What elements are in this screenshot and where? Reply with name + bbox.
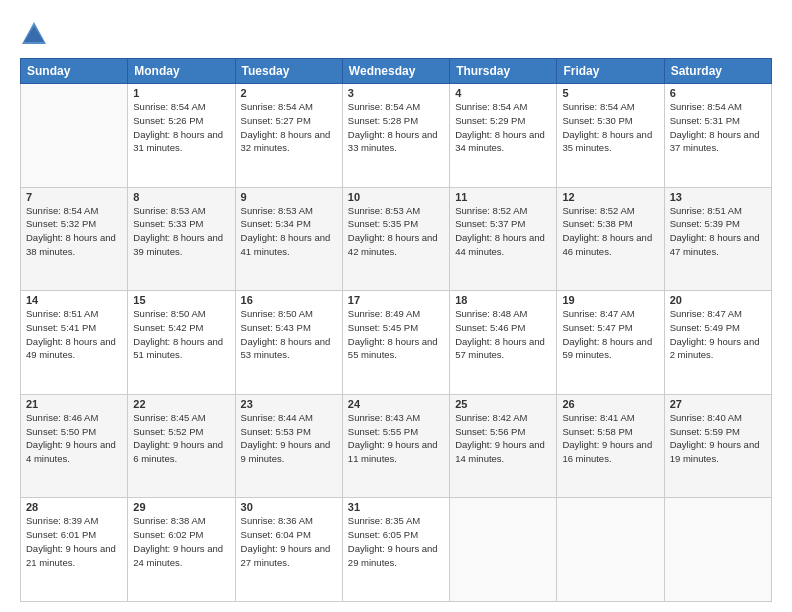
- calendar-cell: 28Sunrise: 8:39 AMSunset: 6:01 PMDayligh…: [21, 498, 128, 602]
- calendar-cell: 13Sunrise: 8:51 AMSunset: 5:39 PMDayligh…: [664, 187, 771, 291]
- calendar-cell: 9Sunrise: 8:53 AMSunset: 5:34 PMDaylight…: [235, 187, 342, 291]
- svg-marker-1: [24, 26, 44, 42]
- day-number: 12: [562, 191, 658, 203]
- day-info: Sunrise: 8:54 AMSunset: 5:29 PMDaylight:…: [455, 100, 551, 155]
- day-info: Sunrise: 8:47 AMSunset: 5:47 PMDaylight:…: [562, 307, 658, 362]
- day-number: 21: [26, 398, 122, 410]
- weekday-header: Monday: [128, 59, 235, 84]
- day-info: Sunrise: 8:54 AMSunset: 5:28 PMDaylight:…: [348, 100, 444, 155]
- day-number: 6: [670, 87, 766, 99]
- day-info: Sunrise: 8:36 AMSunset: 6:04 PMDaylight:…: [241, 514, 337, 569]
- day-info: Sunrise: 8:52 AMSunset: 5:37 PMDaylight:…: [455, 204, 551, 259]
- weekday-header: Thursday: [450, 59, 557, 84]
- day-info: Sunrise: 8:38 AMSunset: 6:02 PMDaylight:…: [133, 514, 229, 569]
- calendar-cell: 19Sunrise: 8:47 AMSunset: 5:47 PMDayligh…: [557, 291, 664, 395]
- calendar-cell: 25Sunrise: 8:42 AMSunset: 5:56 PMDayligh…: [450, 394, 557, 498]
- weekday-header: Tuesday: [235, 59, 342, 84]
- day-number: 5: [562, 87, 658, 99]
- weekday-header-row: SundayMondayTuesdayWednesdayThursdayFrid…: [21, 59, 772, 84]
- calendar-cell: 26Sunrise: 8:41 AMSunset: 5:58 PMDayligh…: [557, 394, 664, 498]
- day-number: 7: [26, 191, 122, 203]
- day-number: 17: [348, 294, 444, 306]
- day-info: Sunrise: 8:53 AMSunset: 5:33 PMDaylight:…: [133, 204, 229, 259]
- calendar-cell: 24Sunrise: 8:43 AMSunset: 5:55 PMDayligh…: [342, 394, 449, 498]
- calendar-cell: 15Sunrise: 8:50 AMSunset: 5:42 PMDayligh…: [128, 291, 235, 395]
- day-info: Sunrise: 8:50 AMSunset: 5:43 PMDaylight:…: [241, 307, 337, 362]
- weekday-header: Wednesday: [342, 59, 449, 84]
- calendar-cell: 6Sunrise: 8:54 AMSunset: 5:31 PMDaylight…: [664, 84, 771, 188]
- day-number: 27: [670, 398, 766, 410]
- day-number: 22: [133, 398, 229, 410]
- logo-icon: [20, 20, 48, 48]
- day-info: Sunrise: 8:53 AMSunset: 5:34 PMDaylight:…: [241, 204, 337, 259]
- day-info: Sunrise: 8:51 AMSunset: 5:41 PMDaylight:…: [26, 307, 122, 362]
- day-number: 3: [348, 87, 444, 99]
- calendar-cell: 11Sunrise: 8:52 AMSunset: 5:37 PMDayligh…: [450, 187, 557, 291]
- day-number: 25: [455, 398, 551, 410]
- day-number: 14: [26, 294, 122, 306]
- calendar-cell: 14Sunrise: 8:51 AMSunset: 5:41 PMDayligh…: [21, 291, 128, 395]
- day-number: 11: [455, 191, 551, 203]
- calendar-cell: 12Sunrise: 8:52 AMSunset: 5:38 PMDayligh…: [557, 187, 664, 291]
- calendar-cell: 5Sunrise: 8:54 AMSunset: 5:30 PMDaylight…: [557, 84, 664, 188]
- calendar-week-row: 28Sunrise: 8:39 AMSunset: 6:01 PMDayligh…: [21, 498, 772, 602]
- calendar-cell: 22Sunrise: 8:45 AMSunset: 5:52 PMDayligh…: [128, 394, 235, 498]
- day-number: 29: [133, 501, 229, 513]
- day-info: Sunrise: 8:54 AMSunset: 5:30 PMDaylight:…: [562, 100, 658, 155]
- calendar-week-row: 1Sunrise: 8:54 AMSunset: 5:26 PMDaylight…: [21, 84, 772, 188]
- calendar-week-row: 7Sunrise: 8:54 AMSunset: 5:32 PMDaylight…: [21, 187, 772, 291]
- calendar-cell: 20Sunrise: 8:47 AMSunset: 5:49 PMDayligh…: [664, 291, 771, 395]
- calendar-cell: 16Sunrise: 8:50 AMSunset: 5:43 PMDayligh…: [235, 291, 342, 395]
- day-info: Sunrise: 8:48 AMSunset: 5:46 PMDaylight:…: [455, 307, 551, 362]
- weekday-header: Friday: [557, 59, 664, 84]
- day-info: Sunrise: 8:44 AMSunset: 5:53 PMDaylight:…: [241, 411, 337, 466]
- day-info: Sunrise: 8:41 AMSunset: 5:58 PMDaylight:…: [562, 411, 658, 466]
- day-info: Sunrise: 8:50 AMSunset: 5:42 PMDaylight:…: [133, 307, 229, 362]
- day-info: Sunrise: 8:54 AMSunset: 5:31 PMDaylight:…: [670, 100, 766, 155]
- calendar-cell: 3Sunrise: 8:54 AMSunset: 5:28 PMDaylight…: [342, 84, 449, 188]
- calendar-cell: 8Sunrise: 8:53 AMSunset: 5:33 PMDaylight…: [128, 187, 235, 291]
- day-number: 4: [455, 87, 551, 99]
- day-info: Sunrise: 8:42 AMSunset: 5:56 PMDaylight:…: [455, 411, 551, 466]
- day-number: 26: [562, 398, 658, 410]
- day-info: Sunrise: 8:53 AMSunset: 5:35 PMDaylight:…: [348, 204, 444, 259]
- calendar-cell: 2Sunrise: 8:54 AMSunset: 5:27 PMDaylight…: [235, 84, 342, 188]
- weekday-header: Sunday: [21, 59, 128, 84]
- weekday-header: Saturday: [664, 59, 771, 84]
- day-info: Sunrise: 8:47 AMSunset: 5:49 PMDaylight:…: [670, 307, 766, 362]
- day-info: Sunrise: 8:52 AMSunset: 5:38 PMDaylight:…: [562, 204, 658, 259]
- page: SundayMondayTuesdayWednesdayThursdayFrid…: [0, 0, 792, 612]
- calendar-cell: 30Sunrise: 8:36 AMSunset: 6:04 PMDayligh…: [235, 498, 342, 602]
- day-info: Sunrise: 8:46 AMSunset: 5:50 PMDaylight:…: [26, 411, 122, 466]
- day-number: 2: [241, 87, 337, 99]
- day-number: 20: [670, 294, 766, 306]
- calendar-week-row: 21Sunrise: 8:46 AMSunset: 5:50 PMDayligh…: [21, 394, 772, 498]
- calendar-cell: 21Sunrise: 8:46 AMSunset: 5:50 PMDayligh…: [21, 394, 128, 498]
- day-number: 10: [348, 191, 444, 203]
- calendar-cell: 17Sunrise: 8:49 AMSunset: 5:45 PMDayligh…: [342, 291, 449, 395]
- day-info: Sunrise: 8:39 AMSunset: 6:01 PMDaylight:…: [26, 514, 122, 569]
- day-info: Sunrise: 8:54 AMSunset: 5:26 PMDaylight:…: [133, 100, 229, 155]
- day-info: Sunrise: 8:51 AMSunset: 5:39 PMDaylight:…: [670, 204, 766, 259]
- day-number: 19: [562, 294, 658, 306]
- day-info: Sunrise: 8:43 AMSunset: 5:55 PMDaylight:…: [348, 411, 444, 466]
- calendar-week-row: 14Sunrise: 8:51 AMSunset: 5:41 PMDayligh…: [21, 291, 772, 395]
- day-info: Sunrise: 8:49 AMSunset: 5:45 PMDaylight:…: [348, 307, 444, 362]
- day-number: 31: [348, 501, 444, 513]
- day-number: 16: [241, 294, 337, 306]
- day-info: Sunrise: 8:40 AMSunset: 5:59 PMDaylight:…: [670, 411, 766, 466]
- day-number: 1: [133, 87, 229, 99]
- day-number: 30: [241, 501, 337, 513]
- calendar-cell: [21, 84, 128, 188]
- calendar-cell: 18Sunrise: 8:48 AMSunset: 5:46 PMDayligh…: [450, 291, 557, 395]
- calendar-cell: 1Sunrise: 8:54 AMSunset: 5:26 PMDaylight…: [128, 84, 235, 188]
- calendar-cell: 27Sunrise: 8:40 AMSunset: 5:59 PMDayligh…: [664, 394, 771, 498]
- calendar-cell: [664, 498, 771, 602]
- day-number: 23: [241, 398, 337, 410]
- day-number: 28: [26, 501, 122, 513]
- calendar-cell: 31Sunrise: 8:35 AMSunset: 6:05 PMDayligh…: [342, 498, 449, 602]
- day-number: 15: [133, 294, 229, 306]
- day-number: 18: [455, 294, 551, 306]
- calendar-cell: 23Sunrise: 8:44 AMSunset: 5:53 PMDayligh…: [235, 394, 342, 498]
- day-info: Sunrise: 8:45 AMSunset: 5:52 PMDaylight:…: [133, 411, 229, 466]
